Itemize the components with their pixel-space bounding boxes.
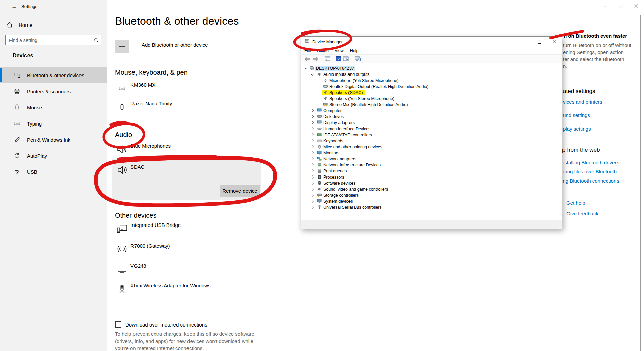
checkbox-icon[interactable] xyxy=(115,321,121,328)
tree-item-label: Keyboards xyxy=(323,139,343,143)
sidebar-item-mouse[interactable]: Mouse xyxy=(0,99,107,115)
device-row[interactable]: VG248 xyxy=(115,262,269,279)
sidebar-item-usb[interactable]: USB xyxy=(0,164,107,180)
help-from-web-link[interactable]: ing Bluetooth connections xyxy=(561,178,619,184)
tree-item-network-infrastructure-devices[interactable]: Network Infrastructure Devices xyxy=(302,162,561,168)
chevron-right-icon[interactable] xyxy=(311,200,314,203)
remove-device-button[interactable]: Remove device xyxy=(220,185,260,197)
sidebar-item-printers-scanners[interactable]: Printers & scanners xyxy=(0,83,107,99)
related-settings-link[interactable]: vices and printers xyxy=(563,99,602,105)
chevron-right-icon[interactable] xyxy=(311,115,314,118)
settings-scrollbar[interactable] xyxy=(640,15,641,351)
chevron-down-icon[interactable] xyxy=(305,66,308,70)
device-manager-menubar: FileActionViewHelp xyxy=(301,47,562,55)
speaker-icon xyxy=(115,142,129,157)
chevron-right-icon[interactable] xyxy=(311,176,314,179)
sound-card-icon xyxy=(323,102,328,108)
sidebar-item-bluetooth-other-devices[interactable]: Bluetooth & other devices xyxy=(0,67,107,83)
tree-item-computer[interactable]: Computer xyxy=(302,108,561,114)
restore-icon[interactable] xyxy=(613,0,629,12)
action-pane-icon[interactable] xyxy=(343,56,349,61)
related-settings-link[interactable]: und settings xyxy=(563,112,590,118)
chevron-right-icon[interactable] xyxy=(311,133,314,137)
close-icon[interactable] xyxy=(629,0,644,12)
tree-item-print-queues[interactable]: Print queues xyxy=(302,168,561,174)
tree-item-network-adapters[interactable]: Network adapters xyxy=(302,156,561,162)
add-device-button[interactable]: Add Bluetooth or other device xyxy=(115,40,208,53)
hid-icon xyxy=(317,127,322,132)
chevron-right-icon[interactable] xyxy=(311,163,314,167)
sidebar-item-home[interactable]: Home xyxy=(6,19,101,30)
chevron-right-icon[interactable] xyxy=(311,151,314,155)
sidebar-item-autoplay[interactable]: AutoPlay xyxy=(0,148,107,164)
menu-file[interactable]: File xyxy=(301,48,314,53)
device-row[interactable]: R7000 (Gateway) xyxy=(115,242,269,259)
digital-output-icon xyxy=(323,84,328,90)
tree-item-audio-inputs-and-outputs[interactable]: Audio inputs and outputs xyxy=(302,71,561,78)
tree-item-speakers-sdac-[interactable]: Speakers (SDAC) xyxy=(302,90,561,96)
chevron-right-icon[interactable] xyxy=(311,194,314,197)
tree-item-microphone-yeti-stereo-microphone-[interactable]: Microphone (Yeti Stereo Microphone) xyxy=(302,78,561,84)
chevron-right-icon[interactable] xyxy=(311,127,314,131)
tree-item-disk-drives[interactable]: Disk drives xyxy=(302,114,561,120)
chevron-right-icon[interactable] xyxy=(311,139,314,143)
back-icon[interactable] xyxy=(304,56,311,61)
forward-icon[interactable] xyxy=(313,56,319,61)
chevron-right-icon[interactable] xyxy=(311,182,314,185)
close-icon[interactable] xyxy=(547,37,562,47)
tree-item-display-adapters[interactable]: Display adapters xyxy=(302,120,561,126)
chevron-right-icon[interactable] xyxy=(311,157,314,161)
back-icon[interactable]: ← xyxy=(9,2,20,11)
chevron-right-icon[interactable] xyxy=(311,121,314,124)
router-icon xyxy=(115,242,129,257)
tree-item-processors[interactable]: Processors xyxy=(302,174,561,180)
tree-item-ide-ata-atapi-controllers[interactable]: IDE ATA/ATAPI controllers xyxy=(302,132,561,138)
tree-item-system-devices[interactable]: System devices xyxy=(302,198,561,204)
tree-item-sound-video-and-game-controllers[interactable]: Sound, video and game controllers xyxy=(302,186,561,192)
tree-item-keyboards[interactable]: Keyboards xyxy=(302,138,561,144)
usb-bridge-icon xyxy=(115,221,129,236)
metered-checkbox-row[interactable]: Download over metered connections xyxy=(115,321,207,328)
selected-device-tile[interactable]: SDAC Remove device xyxy=(112,159,261,200)
chevron-right-icon[interactable] xyxy=(311,145,314,149)
show-console-tree-icon[interactable] xyxy=(325,56,330,61)
chevron-right-icon[interactable] xyxy=(311,109,314,112)
chevron-right-icon[interactable] xyxy=(311,206,314,209)
give-feedback-link[interactable]: Give feedback xyxy=(566,211,598,216)
device-row[interactable]: Razer Naga Trinity xyxy=(115,99,269,117)
device-row[interactable]: KM360 MX xyxy=(115,81,269,98)
tree-item-stereo-mix-realtek-high-definition-audio[interactable]: Stereo Mix (Realtek High Definition Audi… xyxy=(302,102,561,108)
monitor-icon xyxy=(115,262,129,277)
sidebar-item-typing[interactable]: Typing xyxy=(0,115,107,132)
sidebar-item-pen-windows-ink[interactable]: Pen & Windows Ink xyxy=(0,132,107,148)
menu-help[interactable]: Help xyxy=(347,48,362,53)
menu-action[interactable]: Action xyxy=(314,48,332,53)
tree-item-mice-and-other-pointing-devices[interactable]: Mice and other pointing devices xyxy=(302,144,561,150)
related-settings-link[interactable]: play settings xyxy=(563,126,591,132)
maximize-icon[interactable] xyxy=(532,37,547,47)
minimize-icon[interactable] xyxy=(598,0,613,12)
tree-item-desktop-0t84237[interactable]: DESKTOP-0T84237 xyxy=(302,65,561,71)
tree-item-realtek-digital-output-realtek-high-defi[interactable]: Realtek Digital Output (Realtek High Def… xyxy=(302,84,561,90)
get-help-link[interactable]: Get help xyxy=(566,200,585,206)
menu-view[interactable]: View xyxy=(332,48,347,53)
tree-item-monitors[interactable]: Monitors xyxy=(302,150,561,156)
device-row[interactable]: Blue Microphones xyxy=(115,142,269,159)
chevron-down-icon[interactable] xyxy=(311,72,314,76)
tree-item-human-interface-devices[interactable]: Human Interface Devices xyxy=(302,126,561,132)
help-icon[interactable]: ? xyxy=(336,56,341,61)
minimize-icon[interactable] xyxy=(517,37,532,47)
help-from-web-link[interactable]: aring files over Bluetooth xyxy=(561,169,617,174)
tree-item-storage-controllers[interactable]: Storage controllers xyxy=(302,192,561,198)
search-input[interactable]: Find a setting xyxy=(5,35,101,45)
chevron-right-icon[interactable] xyxy=(311,169,314,173)
scan-hardware-icon[interactable] xyxy=(355,56,361,61)
device-row[interactable]: Integrated USB Bridge xyxy=(115,221,269,238)
device-row[interactable]: Xbox Wireless Adapter for Windows xyxy=(115,281,269,299)
tree-item-software-devices[interactable]: Software devices xyxy=(302,180,561,186)
adapter-icon xyxy=(115,281,129,297)
chevron-right-icon[interactable] xyxy=(311,188,314,191)
tree-item-speakers-yeti-stereo-microphone-[interactable]: Speakers (Yeti Stereo Microphone) xyxy=(302,96,561,102)
tree-item-universal-serial-bus-controllers[interactable]: Universal Serial Bus controllers xyxy=(302,204,561,210)
help-from-web-link[interactable]: nstalling Bluetooth drivers xyxy=(561,160,619,165)
